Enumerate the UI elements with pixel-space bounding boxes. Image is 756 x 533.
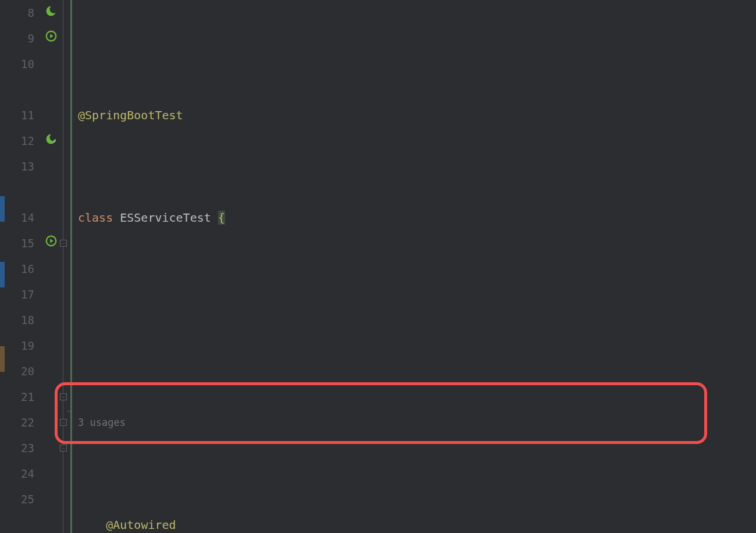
left-margin (0, 0, 5, 533)
line-number[interactable]: 19 (5, 333, 34, 358)
warning-squiggle-icon: 〰 (67, 399, 75, 403)
line-number[interactable]: 21 (5, 384, 34, 410)
code-line[interactable]: @Autowired (78, 512, 756, 533)
line-marker (0, 196, 5, 222)
line-number[interactable]: 9 (5, 26, 34, 51)
line-number[interactable]: 11 (5, 102, 34, 128)
fold-toggle-icon[interactable]: − (60, 393, 67, 400)
code-line[interactable]: @SpringBootTest (78, 102, 756, 128)
line-number[interactable]: 13 (5, 154, 34, 179)
line-marker (0, 262, 5, 287)
line-number-spacer (5, 179, 34, 205)
line-number[interactable]: 15 (5, 230, 34, 256)
fold-toggle-icon[interactable]: − (60, 419, 67, 426)
line-number[interactable]: 22 (5, 410, 34, 435)
line-number[interactable]: 16 (5, 256, 34, 282)
spring-leaf-icon[interactable] (45, 0, 57, 26)
line-number[interactable]: 20 (5, 358, 34, 384)
spring-bean-icon[interactable] (45, 128, 57, 154)
line-number[interactable]: 14 (5, 205, 34, 230)
line-number[interactable]: 24 (5, 461, 34, 486)
run-test-icon[interactable] (45, 230, 58, 256)
line-number[interactable]: 18 (5, 307, 34, 333)
line-number-spacer (5, 77, 34, 102)
line-number[interactable]: 25 (5, 486, 34, 512)
line-number[interactable]: 8 (5, 0, 34, 26)
fold-toggle-icon[interactable]: − (60, 445, 67, 452)
inlay-hint-usages[interactable]: 3 usages (78, 410, 756, 435)
line-number[interactable]: 10 (5, 51, 34, 77)
run-class-icon[interactable] (45, 26, 58, 51)
line-number-gutter[interactable]: 8 9 10 11 12 13 14 15 16 17 18 19 20 21 … (5, 0, 42, 533)
code-line[interactable] (78, 307, 756, 333)
gutter-icons (42, 0, 60, 533)
line-number[interactable]: 12 (5, 128, 34, 154)
line-number[interactable]: 17 (5, 282, 34, 307)
code-line[interactable]: class ESServiceTest { (78, 205, 756, 230)
fold-column[interactable]: − − − − (60, 0, 70, 533)
code-area[interactable]: 〰 @SpringBootTest class ESServiceTest { … (70, 0, 756, 533)
fold-toggle-icon[interactable]: − (60, 240, 67, 247)
code-editor[interactable]: 8 9 10 11 12 13 14 15 16 17 18 19 20 21 … (0, 0, 756, 533)
line-number[interactable]: 23 (5, 435, 34, 461)
line-marker (0, 346, 5, 372)
